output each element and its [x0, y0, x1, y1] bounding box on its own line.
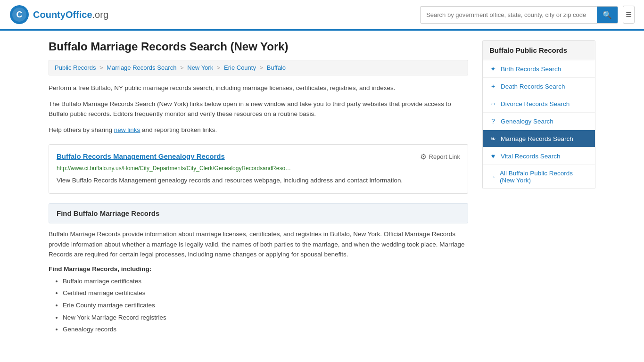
list-item: Erie County marriage certificates: [63, 300, 468, 311]
record-card: Buffalo Records Management Genealogy Rec…: [49, 144, 468, 194]
divorce-icon: ↔: [489, 100, 497, 107]
birth-icon: ✦: [489, 65, 497, 73]
search-bar: 🔍: [420, 6, 618, 24]
new-links-link[interactable]: new links: [114, 126, 140, 133]
content-area: Buffalo Marriage Records Search (New Yor…: [49, 40, 468, 337]
search-button[interactable]: 🔍: [597, 7, 618, 23]
find-description: Buffalo Marriage Records provide informa…: [49, 229, 468, 260]
find-list: Buffalo marriage certificates Certified …: [49, 276, 468, 335]
sidebar-item-death-label: Death Records Search: [501, 83, 565, 90]
list-item: New York Marriage Record registries: [63, 313, 468, 323]
vital-icon: ♥: [489, 152, 497, 160]
record-card-title[interactable]: Buffalo Records Management Genealogy Rec…: [57, 152, 225, 160]
list-item: Certified marriage certificates: [63, 288, 468, 298]
record-description: View Buffalo Records Management genealog…: [57, 175, 460, 186]
sidebar-title: Buffalo Public Records: [483, 41, 595, 60]
sidebar-link-all[interactable]: → All Buffalo Public Records (New York): [483, 165, 595, 189]
find-section-title: Find Buffalo Marriage Records: [57, 209, 460, 217]
sidebar-link-death[interactable]: + Death Records Search: [483, 78, 595, 95]
sidebar-item-marriage-label: Marriage Records Search: [501, 135, 573, 142]
search-input[interactable]: [421, 8, 597, 22]
sidebar-item-all: → All Buffalo Public Records (New York): [483, 165, 595, 189]
logo-area: C CountyOffice.org: [9, 5, 108, 25]
intro-paragraph-3: Help others by sharing new links and rep…: [49, 125, 468, 135]
sidebar-box: Buffalo Public Records ✦ Birth Records S…: [482, 40, 595, 189]
sidebar-item-divorce-label: Divorce Records Search: [501, 100, 570, 107]
sidebar-item-birth: ✦ Birth Records Search: [483, 60, 595, 78]
sidebar-link-vital[interactable]: ♥ Vital Records Search: [483, 148, 595, 165]
find-section-header: Find Buffalo Marriage Records: [49, 203, 468, 223]
sidebar-link-marriage[interactable]: ❧ Marriage Records Search: [483, 130, 595, 147]
sidebar-item-vital-label: Vital Records Search: [501, 153, 561, 160]
intro-paragraph-1: Perform a free Buffalo, NY public marria…: [49, 83, 468, 93]
breadcrumb: Public Records > Marriage Records Search…: [49, 60, 468, 75]
record-url[interactable]: http://www.ci.buffalo.ny.us/Home/City_De…: [57, 165, 460, 172]
header-right: 🔍 ≡: [420, 6, 635, 24]
report-link-label: Report Link: [429, 153, 460, 160]
breadcrumb-marriage-records-search[interactable]: Marriage Records Search: [107, 64, 176, 71]
death-icon: +: [489, 82, 497, 90]
all-records-icon: →: [489, 173, 496, 181]
sidebar-item-birth-label: Birth Records Search: [501, 66, 561, 73]
sidebar-list: ✦ Birth Records Search + Death Records S…: [483, 60, 595, 189]
sidebar-item-genealogy-label: Genealogy Search: [501, 118, 553, 125]
sidebar-item-divorce: ↔ Divorce Records Search: [483, 95, 595, 113]
sidebar: Buffalo Public Records ✦ Birth Records S…: [482, 40, 595, 337]
svg-text:C: C: [17, 10, 23, 19]
page-title: Buffalo Marriage Records Search (New Yor…: [49, 40, 468, 53]
breadcrumb-public-records[interactable]: Public Records: [55, 64, 96, 71]
logo-text: CountyOffice.org: [33, 9, 108, 20]
sidebar-link-birth[interactable]: ✦ Birth Records Search: [483, 60, 595, 77]
sidebar-item-all-label: All Buffalo Public Records (New York): [500, 170, 588, 184]
menu-icon[interactable]: ≡: [623, 6, 635, 24]
sidebar-item-vital: ♥ Vital Records Search: [483, 148, 595, 165]
sidebar-item-death: + Death Records Search: [483, 78, 595, 95]
site-header: C CountyOffice.org 🔍 ≡: [0, 0, 644, 31]
breadcrumb-erie-county[interactable]: Erie County: [224, 64, 256, 71]
main-container: Buffalo Marriage Records Search (New Yor…: [39, 31, 605, 346]
list-item: Buffalo marriage certificates: [63, 276, 468, 287]
breadcrumb-new-york[interactable]: New York: [187, 64, 213, 71]
sidebar-item-marriage: ❧ Marriage Records Search: [483, 130, 595, 148]
list-item: Genealogy records: [63, 324, 468, 335]
record-card-header: Buffalo Records Management Genealogy Rec…: [57, 152, 460, 161]
sidebar-link-genealogy[interactable]: ? Genealogy Search: [483, 113, 595, 130]
logo-icon: C: [9, 5, 29, 25]
sidebar-link-divorce[interactable]: ↔ Divorce Records Search: [483, 95, 595, 112]
marriage-icon: ❧: [489, 135, 497, 142]
genealogy-icon: ?: [489, 117, 497, 125]
breadcrumb-buffalo[interactable]: Buffalo: [267, 64, 286, 71]
intro-paragraph-2: The Buffalo Marriage Records Search (New…: [49, 99, 468, 119]
find-list-title: Find Marriage Records, including:: [49, 265, 468, 272]
sidebar-item-genealogy: ? Genealogy Search: [483, 113, 595, 130]
report-icon: ⚙: [420, 152, 427, 161]
report-link[interactable]: ⚙ Report Link: [420, 152, 460, 161]
